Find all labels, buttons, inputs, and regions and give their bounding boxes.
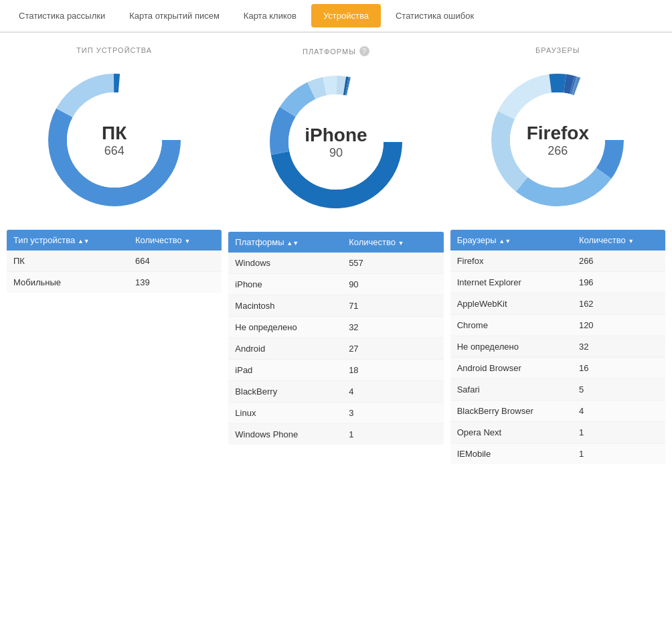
cell-name: Windows Phone	[228, 424, 342, 445]
table-row: Windows Phone1	[228, 424, 443, 445]
device-top-count: 664	[102, 144, 127, 158]
table-row: ПК664	[7, 251, 222, 272]
cell-count: 1	[572, 443, 665, 465]
device-col-name[interactable]: Тип устройства	[7, 230, 129, 251]
platform-help-icon[interactable]: ?	[359, 46, 369, 56]
cell-count: 90	[342, 274, 444, 295]
cell-count: 3	[342, 403, 444, 424]
table-row: BlackBerry4	[228, 381, 443, 403]
nav-click-map[interactable]: Карта кликов	[232, 1, 309, 30]
cell-name: iPad	[228, 360, 342, 381]
cell-count: 120	[572, 315, 665, 336]
table-row: Android Browser16	[450, 358, 665, 379]
platform-donut-label: iPhone 90	[305, 125, 367, 160]
device-panel: ТИП УСТРОЙСТВА ПК 664 Тип устр	[7, 46, 222, 464]
table-row: AppleWebKit162	[450, 293, 665, 315]
table-row: iPad18	[228, 360, 443, 381]
cell-count: 27	[342, 338, 444, 360]
cell-name: iPhone	[228, 274, 342, 295]
browser-donut: Firefox 266	[484, 66, 631, 214]
table-row: BlackBerry Browser4	[450, 401, 665, 422]
browser-sort-count-icon	[628, 235, 634, 245]
cell-name: Не определено	[228, 317, 342, 338]
table-row: Android27	[228, 338, 443, 360]
cell-name: BlackBerry Browser	[450, 401, 572, 422]
table-row: Не определено32	[228, 317, 443, 338]
main-content: ТИП УСТРОЙСТВА ПК 664 Тип устр	[0, 33, 672, 478]
table-row: Не определено32	[450, 336, 665, 358]
platform-table: Платформы Количество Windows557iPhone90M…	[228, 232, 443, 445]
browser-panel: БРАУЗЕРЫ	[450, 46, 665, 464]
browser-col-name[interactable]: Браузеры	[450, 230, 572, 251]
table-row: Safari5	[450, 379, 665, 401]
cell-name: Safari	[450, 379, 572, 401]
device-top-name: ПК	[102, 123, 127, 144]
device-donut: ПК 664	[41, 66, 188, 214]
platform-panel-title: ПЛАТФОРМЫ ?	[303, 46, 369, 56]
cell-name: Opera Next	[450, 422, 572, 443]
platform-sort-name-icon	[286, 237, 299, 247]
table-row: Windows557	[228, 253, 443, 274]
table-row: Internet Explorer196	[450, 272, 665, 293]
browser-top-name: Firefox	[527, 123, 589, 144]
cell-name: Firefox	[450, 251, 572, 272]
platform-col-name[interactable]: Платформы	[228, 232, 342, 253]
cell-count: 162	[572, 293, 665, 315]
cell-name: Linux	[228, 403, 342, 424]
device-sort-name-icon	[78, 235, 90, 245]
cell-name: Internet Explorer	[450, 272, 572, 293]
cell-count: 196	[572, 272, 665, 293]
table-row: Мобильные139	[7, 272, 222, 293]
nav-open-map[interactable]: Карта открытий писем	[117, 1, 232, 30]
cell-count: 1	[342, 424, 444, 445]
cell-name: AppleWebKit	[450, 293, 572, 315]
cell-name: Windows	[228, 253, 342, 274]
cell-count: 16	[572, 358, 665, 379]
table-row: IEMobile1	[450, 443, 665, 465]
cell-count: 71	[342, 295, 444, 317]
cell-count: 32	[572, 336, 665, 358]
platform-table-wrapper: Платформы Количество Windows557iPhone90M…	[228, 232, 443, 445]
cell-name: Macintosh	[228, 295, 342, 317]
cell-count: 5	[572, 379, 665, 401]
cell-count: 4	[572, 401, 665, 422]
main-nav: Статистика рассылки Карта открытий писем…	[0, 0, 672, 33]
cell-count: 4	[342, 381, 444, 403]
cell-count: 32	[342, 317, 444, 338]
platform-panel: ПЛАТФОРМЫ ?	[228, 46, 443, 464]
table-row: Macintosh71	[228, 295, 443, 317]
device-table-wrapper: Тип устройства Количество ПК664Мобильные…	[7, 230, 222, 293]
table-row: Linux3	[228, 403, 443, 424]
browser-top-count: 266	[527, 144, 589, 158]
cell-count: 557	[342, 253, 444, 274]
platform-sort-count-icon	[398, 237, 404, 247]
nav-statistics[interactable]: Статистика рассылки	[7, 1, 117, 30]
browser-donut-label: Firefox 266	[527, 123, 589, 158]
platform-donut: iPhone 90	[262, 68, 410, 216]
cell-count: 664	[129, 251, 222, 272]
cell-name: Android	[228, 338, 342, 360]
browser-col-count[interactable]: Количество	[572, 230, 665, 251]
cell-name: BlackBerry	[228, 381, 342, 403]
cell-name: Android Browser	[450, 358, 572, 379]
cell-name: ПК	[7, 251, 129, 272]
browser-panel-title: БРАУЗЕРЫ	[535, 46, 580, 54]
cell-count: 18	[342, 360, 444, 381]
browser-table-wrapper: Браузеры Количество Firefox266Internet E…	[450, 230, 665, 464]
nav-devices[interactable]: Устройства	[311, 4, 381, 27]
platform-top-count: 90	[305, 146, 367, 160]
device-donut-label: ПК 664	[102, 123, 127, 158]
cell-name: Не определено	[450, 336, 572, 358]
device-col-count[interactable]: Количество	[129, 230, 222, 251]
platform-col-count[interactable]: Количество	[342, 232, 444, 253]
cell-count: 266	[572, 251, 665, 272]
table-row: Firefox266	[450, 251, 665, 272]
cell-name: Мобильные	[7, 272, 129, 293]
table-row: Chrome120	[450, 315, 665, 336]
device-sort-count-icon	[184, 235, 190, 245]
browser-sort-name-icon	[499, 235, 511, 245]
table-row: iPhone90	[228, 274, 443, 295]
nav-errors[interactable]: Статистика ошибок	[384, 1, 486, 30]
cell-count: 139	[129, 272, 222, 293]
browser-table: Браузеры Количество Firefox266Internet E…	[450, 230, 665, 464]
